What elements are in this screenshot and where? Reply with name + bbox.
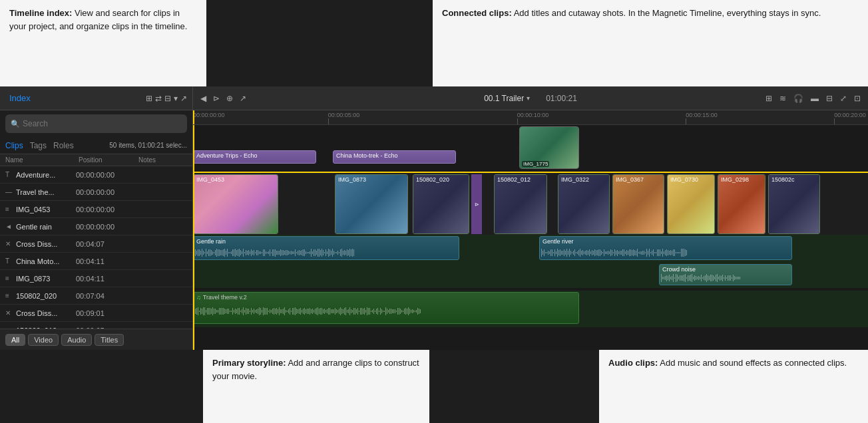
sidebar-icon-arrow[interactable]: ↗ xyxy=(180,94,187,103)
wave-bar xyxy=(335,252,335,254)
wave-bar xyxy=(561,251,562,255)
wave-bar xyxy=(558,250,559,255)
wave-bar xyxy=(215,309,216,314)
wave-bar xyxy=(315,249,316,256)
filter-btn-all[interactable]: All xyxy=(5,334,25,346)
wave-bar xyxy=(352,249,353,256)
tl-icon-arrow[interactable]: ↗ xyxy=(238,92,248,104)
table-row[interactable]: ≡ IMG_0873 00:04:11 xyxy=(0,270,192,287)
wave-bar xyxy=(590,251,591,254)
wave-bar xyxy=(562,251,563,255)
connected-clip-china[interactable]: China Moto-trek - Echo xyxy=(333,150,456,164)
wave-bar xyxy=(361,308,362,314)
timeline-project-title: 00.1 Trailer xyxy=(484,94,524,103)
table-row[interactable]: ✕ Cross Diss... 00:04:07 xyxy=(0,235,192,253)
wave-bar xyxy=(243,307,244,315)
wave-bar xyxy=(573,251,574,255)
wave-bar xyxy=(292,251,293,253)
primary-clip-img0730[interactable]: IMG_0730 xyxy=(667,174,715,234)
tl-icon-expand[interactable]: ⤢ xyxy=(838,92,849,104)
primary-clip-img0453[interactable]: IMG_0453 xyxy=(193,174,278,234)
wave-bar xyxy=(734,276,735,279)
primary-clip-150802c[interactable]: 150802c xyxy=(768,174,820,234)
wave-bar xyxy=(310,308,310,315)
sidebar-icon-3[interactable]: ⊟ xyxy=(164,94,171,103)
wave-bar xyxy=(372,310,373,313)
primary-clip-150802012[interactable]: 150802_012 xyxy=(494,174,547,234)
row-icon: ≡ xyxy=(5,275,15,282)
wave-bar xyxy=(211,309,212,314)
sidebar-icon-1[interactable]: ⊞ xyxy=(146,94,152,103)
table-row[interactable]: T Adventure... 00:00:00:00 xyxy=(0,166,192,184)
tab-tags[interactable]: Tags xyxy=(30,141,47,150)
wave-bar xyxy=(230,252,230,253)
timeline-content[interactable]: IMG_1775 Adventure Trips - Echo China Mo… xyxy=(193,125,868,350)
wave-bar xyxy=(712,275,712,281)
wave-bar xyxy=(568,251,568,255)
row-name: 150802_020 xyxy=(16,292,76,300)
wave-bar xyxy=(586,250,587,255)
tl-icon-headphone[interactable]: 🎧 xyxy=(791,92,805,104)
wave-bar xyxy=(264,249,265,256)
primary-clip-img0298[interactable]: IMG_0298 xyxy=(718,174,765,234)
table-row[interactable]: T China Moto... 00:04:11 xyxy=(0,253,192,270)
table-row[interactable]: ≡ 150802_012 00:09:05 xyxy=(0,322,192,329)
wave-bar xyxy=(340,307,341,315)
audio-clip-gentle-rain[interactable]: Gentle rain xyxy=(193,236,459,260)
wave-bar xyxy=(331,251,331,255)
transition-marker-1[interactable]: ⊳ xyxy=(471,174,482,234)
timeline[interactable]: ◀ ⊳ ⊕ ↗ 00.1 Trailer ▾ 01:00:21 ⊞ ≋ 🎧 ▬ … xyxy=(193,86,868,350)
main-ui: Index ⊞ ⇄ ⊟ ▾ ↗ 🔍 Clips Tags Roles 50 it… xyxy=(0,86,868,350)
filter-btn-video[interactable]: Video xyxy=(28,334,59,346)
wave-bar xyxy=(705,275,706,281)
wave-bar xyxy=(202,249,202,256)
table-row[interactable]: ✕ Cross Diss... 00:09:01 xyxy=(0,305,192,322)
wave-bar xyxy=(316,251,317,255)
sidebar-icon-2[interactable]: ⇄ xyxy=(155,94,162,103)
connected-clip-adventure[interactable]: Adventure Trips - Echo xyxy=(193,150,316,164)
sidebar: Index ⊞ ⇄ ⊟ ▾ ↗ 🔍 Clips Tags Roles 50 it… xyxy=(0,86,193,350)
wave-bar xyxy=(641,251,642,255)
wave-bar xyxy=(280,249,281,255)
audio-clip-gentle-river[interactable]: Gentle river xyxy=(539,236,792,260)
primary-clip-img0873[interactable]: IMG_0873 xyxy=(335,174,408,234)
wave-bar xyxy=(349,249,350,257)
wave-bar xyxy=(383,311,383,313)
search-input[interactable] xyxy=(23,119,182,128)
tab-roles[interactable]: Roles xyxy=(53,141,74,150)
table-row[interactable]: ≡ 150802_020 00:07:04 xyxy=(0,287,192,305)
filter-btn-titles[interactable]: Titles xyxy=(95,334,124,346)
sidebar-tab-index[interactable]: Index xyxy=(5,92,35,104)
primary-clip-img0322[interactable]: IMG_0322 xyxy=(558,174,610,234)
clip-tabs: Clips Tags Roles 50 items, 01:00:21 sele… xyxy=(0,137,192,154)
tl-icon-plus[interactable]: ⊞ xyxy=(763,92,774,104)
table-row[interactable]: ◄ Gentle rain 00:00:00:00 xyxy=(0,218,192,235)
tl-icon-tools[interactable]: ⊕ xyxy=(224,92,235,104)
primary-clip-150802020[interactable]: 150802_020 xyxy=(413,174,469,234)
wave-bar xyxy=(220,308,221,315)
tl-icon-back[interactable]: ◀ xyxy=(198,92,208,104)
primary-clip-img0367[interactable]: IMG_0367 xyxy=(612,174,664,234)
wave-bar xyxy=(198,249,198,256)
tl-icon-video[interactable]: ▬ xyxy=(809,92,821,104)
timeline-title-dropdown[interactable]: ▾ xyxy=(527,94,530,102)
tab-clips[interactable]: Clips xyxy=(5,141,23,150)
wave-bar xyxy=(617,250,618,256)
audio-clip-crowd-noise[interactable]: Crowd noise xyxy=(659,264,792,285)
table-row[interactable]: — Travel the... 00:00:00:00 xyxy=(0,184,192,201)
tl-icon-clip[interactable]: ≋ xyxy=(777,92,788,104)
filter-btn-audio[interactable]: Audio xyxy=(61,334,92,346)
row-icon: ✕ xyxy=(5,240,15,247)
sidebar-icon-4[interactable]: ▾ xyxy=(174,94,178,103)
tl-icon-fullscreen[interactable]: ⊡ xyxy=(852,92,863,104)
wave-bar xyxy=(227,249,228,256)
table-row[interactable]: ≡ IMG_0453 00:00:00:00 xyxy=(0,201,192,218)
tl-icon-nav[interactable]: ⊳ xyxy=(211,92,222,104)
wave-bar xyxy=(326,249,326,257)
clip-label-img0873: IMG_0873 xyxy=(338,176,366,183)
tl-icon-grid[interactable]: ⊟ xyxy=(824,92,835,104)
wave-bar xyxy=(303,309,304,314)
row-icon: ✕ xyxy=(5,309,15,317)
connected-clip-img1775[interactable]: IMG_1775 xyxy=(519,126,579,169)
audio-clip-travel-theme[interactable]: ♫ Travel theme v.2 xyxy=(193,292,579,324)
